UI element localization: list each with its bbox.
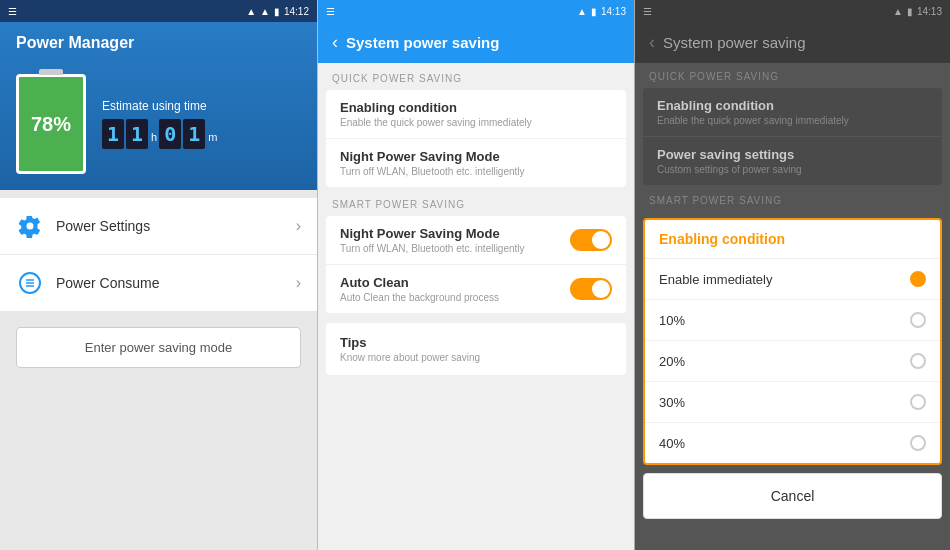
quick-power-saving-card: Enabling condition Enable the quick powe… [326, 90, 626, 187]
wifi-icon-p3: ▲ [893, 6, 903, 17]
time-p1: 14:12 [284, 6, 309, 17]
power-saving-settings-sub: Turn off WLAN, Bluetooth etc. intelligen… [340, 166, 612, 177]
battery-icon-p1: ▮ [274, 6, 280, 17]
enabling-condition-sub-p3: Enable the quick power saving immediatel… [657, 115, 928, 126]
option-10pct-label: 10% [659, 313, 685, 328]
panel1-title: Power Manager [0, 22, 317, 64]
quick-power-saving-label: QUICK POWER SAVING [318, 63, 634, 88]
toggle-knob-auto [592, 280, 610, 298]
toggle-knob-night [592, 231, 610, 249]
enter-power-saving-button[interactable]: Enter power saving mode [16, 327, 301, 368]
option-20pct[interactable]: 20% [645, 341, 940, 382]
time-p3: 14:13 [917, 6, 942, 17]
option-30pct[interactable]: 30% [645, 382, 940, 423]
radio-10pct [910, 312, 926, 328]
power-manager-panel: ☰ ▲ ▲ ▮ 14:12 Power Manager 78% Estimate… [0, 0, 317, 550]
cancel-label: Cancel [771, 488, 815, 504]
system-power-saving-dialog-panel: ☰ ▲ ▮ 14:13 ‹ System power saving QUICK … [634, 0, 950, 550]
gear-icon [16, 212, 44, 240]
battery-section: 78% Estimate using time 1 1 h 0 1 m [0, 64, 317, 190]
hour-digit-1: 1 [102, 119, 124, 149]
auto-clean-item[interactable]: Auto Clean Auto Clean the background pro… [326, 265, 626, 313]
enabling-condition-title-p2: Enabling condition [340, 100, 612, 115]
cancel-button[interactable]: Cancel [643, 473, 942, 519]
min-digit-1: 0 [159, 119, 181, 149]
back-arrow-p2[interactable]: ‹ [332, 32, 338, 53]
hour-digit-2: 1 [126, 119, 148, 149]
status-bar-p1: ☰ ▲ ▲ ▮ 14:12 [0, 0, 317, 22]
dialog-overlay: Enabling condition Enable immediately 10… [635, 210, 950, 550]
quick-power-label-p3: QUICK POWER SAVING [635, 63, 950, 86]
list-icon [16, 269, 44, 297]
power-saving-settings-title: Night Power Saving Mode [340, 149, 612, 164]
battery-display: 78% [16, 74, 86, 174]
status-icon-p2: ☰ [326, 6, 335, 17]
power-settings-sub-p3: Custom settings of power saving [657, 164, 928, 175]
smart-power-label-p3: SMART POWER SAVING [635, 187, 950, 210]
enabling-condition-p3: Enabling condition Enable the quick powe… [643, 88, 942, 137]
battery-info: Estimate using time 1 1 h 0 1 m [102, 99, 217, 149]
battery-percent: 78% [31, 113, 71, 136]
option-40pct-label: 40% [659, 436, 685, 451]
night-power-saving-item[interactable]: Night Power Saving Mode Turn off WLAN, B… [326, 216, 626, 265]
smart-power-saving-card: Night Power Saving Mode Turn off WLAN, B… [326, 216, 626, 313]
night-power-sub: Turn off WLAN, Bluetooth etc. intelligen… [340, 243, 525, 254]
system-power-saving-panel: ☰ ▲ ▮ 14:13 ‹ System power saving QUICK … [317, 0, 634, 550]
battery-icon-p2: ▮ [591, 6, 597, 17]
night-power-title: Night Power Saving Mode [340, 226, 525, 241]
time-display: 1 1 h 0 1 m [102, 119, 217, 149]
power-settings-item[interactable]: Power Settings › [0, 198, 317, 254]
dialog-header: Enabling condition [645, 220, 940, 259]
smart-power-saving-label: SMART POWER SAVING [318, 189, 634, 214]
power-saving-settings-item[interactable]: Night Power Saving Mode Turn off WLAN, B… [326, 139, 626, 187]
option-10pct[interactable]: 10% [645, 300, 940, 341]
auto-clean-toggle[interactable] [570, 278, 612, 300]
dialog-title: Enabling condition [659, 231, 785, 247]
min-digit-2: 1 [183, 119, 205, 149]
tips-card[interactable]: Tips Know more about power saving [326, 323, 626, 375]
option-40pct[interactable]: 40% [645, 423, 940, 463]
enabling-condition-title-p3: Enabling condition [657, 98, 928, 113]
enabling-condition-sub-p2: Enable the quick power saving immediatel… [340, 117, 612, 128]
option-enable-immediately[interactable]: Enable immediately [645, 259, 940, 300]
auto-clean-title: Auto Clean [340, 275, 499, 290]
power-settings-p3: Power saving settings Custom settings of… [643, 137, 942, 185]
battery-icon-p3: ▮ [907, 6, 913, 17]
panel2-header: ‹ System power saving [318, 22, 634, 63]
status-bar-p3: ☰ ▲ ▮ 14:13 [635, 0, 950, 22]
quick-power-card-p3: Enabling condition Enable the quick powe… [643, 88, 942, 185]
option-enable-immediately-label: Enable immediately [659, 272, 772, 287]
status-icon-p3: ☰ [643, 6, 652, 17]
hour-unit: h [151, 131, 157, 143]
power-consume-item[interactable]: Power Consume › [0, 255, 317, 311]
enabling-condition-item-p2[interactable]: Enabling condition Enable the quick powe… [326, 90, 626, 139]
radio-20pct [910, 353, 926, 369]
power-settings-title-p3: Power saving settings [657, 147, 928, 162]
wifi-icon-p1: ▲ [246, 6, 256, 17]
status-icon-p1: ☰ [8, 6, 17, 17]
option-20pct-label: 20% [659, 354, 685, 369]
panel3-header: ‹ System power saving [635, 22, 950, 63]
enabling-condition-dialog: Enabling condition Enable immediately 10… [643, 218, 942, 465]
tips-title: Tips [340, 335, 612, 350]
time-p2: 14:13 [601, 6, 626, 17]
menu-section: Power Settings › Power Consume › Enter p… [0, 190, 317, 550]
radio-enable-immediately [910, 271, 926, 287]
power-consume-label: Power Consume [56, 275, 296, 291]
power-settings-label: Power Settings [56, 218, 296, 234]
estimate-label: Estimate using time [102, 99, 217, 113]
wifi-icon-p2: ▲ [577, 6, 587, 17]
arrow-icon-consume: › [296, 274, 301, 292]
tips-sub: Know more about power saving [340, 352, 612, 363]
panel3-title: System power saving [663, 34, 806, 51]
radio-40pct [910, 435, 926, 451]
arrow-icon-settings: › [296, 217, 301, 235]
back-arrow-p3: ‹ [649, 32, 655, 53]
min-unit: m [208, 131, 217, 143]
radio-30pct [910, 394, 926, 410]
option-30pct-label: 30% [659, 395, 685, 410]
status-bar-p2: ☰ ▲ ▮ 14:13 [318, 0, 634, 22]
signal-icon-p1: ▲ [260, 6, 270, 17]
night-mode-toggle[interactable] [570, 229, 612, 251]
panel2-title: System power saving [346, 34, 499, 51]
